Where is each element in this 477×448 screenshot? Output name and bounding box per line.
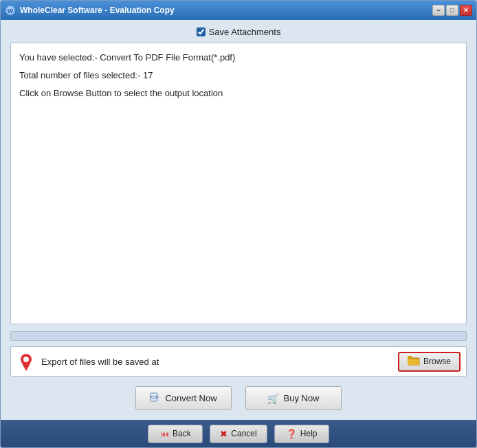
cancel-icon: ✖	[220, 429, 228, 439]
info-line-1: You have selected:- Convert To PDF File …	[19, 50, 458, 65]
save-attachments-label: Save Attachments	[209, 27, 281, 37]
action-buttons-row: PDF Convert Now 🛒 Buy Now	[10, 386, 467, 410]
main-window: W WholeClear Software - Evaluation Copy …	[0, 0, 477, 448]
back-label: Back	[173, 429, 191, 438]
buy-now-button[interactable]: 🛒 Buy Now	[245, 386, 342, 410]
info-line-2: Total number of files selected:- 17	[19, 68, 458, 83]
back-icon: ⏮	[160, 429, 169, 439]
help-icon: ❓	[286, 429, 297, 439]
cart-icon: 🛒	[267, 393, 279, 404]
content-area: Save Attachments You have selected:- Con…	[1, 20, 476, 420]
folder-icon	[408, 356, 420, 368]
close-button[interactable]: ✕	[460, 5, 472, 16]
cancel-label: Cancel	[231, 429, 256, 438]
minimize-button[interactable]: −	[432, 5, 445, 16]
convert-now-button[interactable]: PDF Convert Now	[135, 386, 232, 410]
progress-area	[10, 331, 467, 341]
window-controls: − □ ✕	[432, 5, 472, 16]
location-row: Export of files will be saved at Browse	[10, 346, 467, 377]
svg-text:W: W	[8, 8, 14, 14]
browse-label: Browse	[423, 357, 451, 366]
buy-now-label: Buy Now	[283, 393, 319, 403]
restore-button[interactable]: □	[446, 5, 458, 16]
convert-icon: PDF	[150, 392, 161, 405]
info-box: You have selected:- Convert To PDF File …	[10, 43, 467, 324]
svg-rect-6	[408, 359, 419, 365]
back-button[interactable]: ⏮ Back	[148, 425, 203, 443]
bottom-bar: ⏮ Back ✖ Cancel ❓ Help	[1, 420, 476, 447]
convert-now-label: Convert Now	[165, 393, 217, 403]
browse-button[interactable]: Browse	[398, 352, 461, 372]
help-label: Help	[300, 429, 318, 438]
title-bar: W WholeClear Software - Evaluation Copy …	[1, 1, 476, 20]
location-label: Export of files will be saved at	[41, 357, 398, 367]
svg-point-3	[23, 357, 29, 362]
svg-text:PDF: PDF	[150, 395, 159, 400]
svg-marker-4	[22, 363, 30, 371]
cancel-button[interactable]: ✖ Cancel	[210, 425, 267, 443]
location-pin-icon	[16, 352, 36, 371]
progress-track	[10, 331, 467, 341]
save-attachments-checkbox[interactable]	[197, 27, 206, 36]
save-attachments-row: Save Attachments	[10, 27, 467, 37]
info-line-3: Click on Browse Button to select the out…	[19, 86, 458, 101]
window-title: WholeClear Software - Evaluation Copy	[20, 5, 432, 15]
help-button[interactable]: ❓ Help	[274, 425, 329, 443]
app-icon: W	[5, 5, 16, 16]
svg-rect-7	[408, 356, 412, 359]
